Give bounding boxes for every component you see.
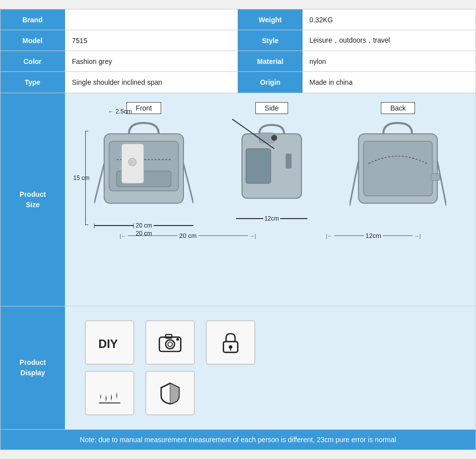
specs-row-weight: Weight 0.32KG [238,9,476,30]
specs-row-model: Model 7515 [0,30,238,51]
type-value: Single shoulder inclined span [65,72,238,93]
bag-side-svg [232,119,311,213]
model-label: Model [0,30,65,51]
waterproof-icon-box [85,371,134,415]
svg-rect-18 [431,173,440,180]
waterproof-icon [96,380,123,406]
top-measurement: ← 2.5cm [108,108,132,115]
product-display-content: DIY [65,306,476,429]
bag-back-svg [350,119,446,218]
svg-line-17 [437,161,446,206]
specs-row-material: Material nylon [238,51,476,72]
origin-value: Made in china [302,72,476,93]
product-size-content: Front ← 2.5cm 15 cm [65,93,476,306]
specs-left-col: Brand Model 7515 Color Fashion grey Type… [0,9,238,93]
type-label: Type [0,72,65,93]
side-label-box: Side [255,102,288,114]
camera-icon [157,329,183,356]
style-label: Style [238,30,302,51]
weight-label: Weight [238,9,302,30]
product-display-label: ProductDisplay [0,306,65,429]
svg-point-24 [177,338,179,341]
diy-icon-box: DIY [85,320,134,365]
note-text: Note: due to manual measurement measurem… [80,436,396,444]
bottom-measurement-front: | | 20 cm 20 cm [94,222,194,237]
svg-rect-23 [166,335,172,338]
svg-text:DIY: DIY [99,338,118,350]
svg-point-11 [271,135,277,141]
color-value: Fashion grey [65,51,238,71]
product-detail-page: Brand Model 7515 Color Fashion grey Type… [0,9,476,450]
product-size-row: ProductSize Front ← 2.5cm 15 cm [0,93,476,306]
svg-point-5 [128,158,136,166]
note-bar: Note: due to manual measurement measurem… [0,430,476,450]
left-bracket [85,131,88,225]
shield-icon-box [145,371,195,415]
specs-row-brand: Brand [0,9,238,30]
brand-value [65,9,238,30]
back-label-box: Back [381,102,415,114]
svg-line-6 [94,164,104,203]
svg-line-16 [350,161,358,206]
svg-line-7 [183,164,193,203]
svg-point-21 [166,340,175,349]
lock-icon [217,329,244,356]
brand-label: Brand [0,9,65,30]
lock-icon-box [206,320,255,365]
feature-icons-grid: DIY [75,316,466,419]
model-value: 7515 [65,30,238,51]
camera-icon-box [145,320,195,365]
dim-12cm: |← 12cm →| [326,232,421,239]
diy-icon: DIY [96,329,123,356]
specs-row-origin: Origin Made in china [238,72,476,93]
specs-right-col: Weight 0.32KG Style Leisure，outdoors，tra… [238,9,476,93]
svg-rect-15 [363,141,432,196]
specs-row-style: Style Leisure，outdoors，travel [238,30,476,51]
style-value: Leisure，outdoors，travel [302,30,476,51]
weight-value: 0.32KG [302,9,476,30]
origin-label: Origin [238,72,302,93]
specs-row-color: Color Fashion grey [0,51,238,72]
color-label: Color [0,51,65,71]
svg-rect-13 [286,154,292,169]
product-display-row: ProductDisplay DIY [0,306,476,430]
side-view: Side [232,102,311,222]
svg-point-22 [168,342,173,346]
bottom-measurement-side: 12cm [236,215,307,222]
svg-point-26 [229,345,232,348]
front-view: Front ← 2.5cm 15 cm [94,102,194,237]
specs-row-type: Type Single shoulder inclined span [0,72,238,93]
material-label: Material [238,51,302,71]
product-size-label: ProductSize [0,93,65,306]
specs-table: Brand Model 7515 Color Fashion grey Type… [0,9,476,93]
back-view: Back [350,102,446,218]
material-value: nylon [302,51,476,71]
shield-icon [157,380,183,406]
svg-rect-9 [246,149,271,183]
bag-front-svg [94,119,193,218]
